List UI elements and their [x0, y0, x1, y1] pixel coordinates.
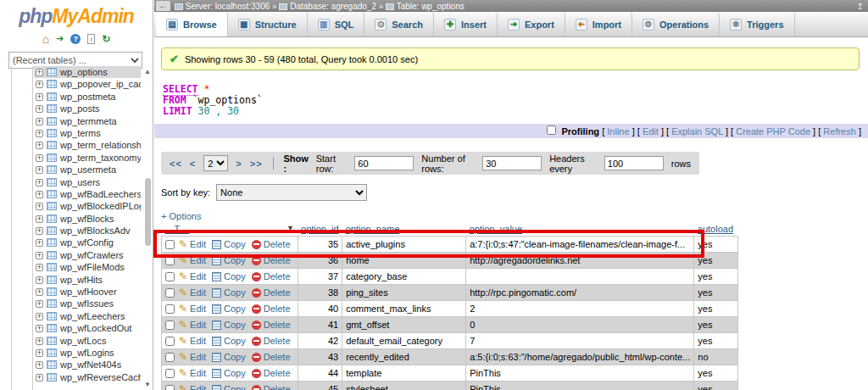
- copy-link[interactable]: Copy: [224, 336, 246, 346]
- options-toggle[interactable]: + Options: [161, 211, 201, 221]
- row-checkbox[interactable]: [165, 288, 175, 298]
- scroll-down-icon[interactable]: ▼: [144, 381, 151, 388]
- expand-plus-icon[interactable]: +: [36, 105, 43, 113]
- start-row-input[interactable]: [354, 156, 414, 170]
- expand-plus-icon[interactable]: +: [36, 288, 43, 296]
- profiling-link-refresh[interactable]: Refresh: [823, 126, 856, 136]
- first-page-link[interactable]: <<: [170, 159, 182, 169]
- edit-link[interactable]: Edit: [190, 255, 206, 265]
- expand-plus-icon[interactable]: +: [36, 93, 43, 101]
- next-page-link[interactable]: >: [236, 159, 242, 169]
- expand-plus-icon[interactable]: +: [36, 227, 43, 235]
- delete-link[interactable]: Delete: [264, 384, 291, 390]
- scroll-up-icon[interactable]: ▲: [144, 68, 151, 75]
- expand-plus-icon[interactable]: +: [36, 203, 43, 210]
- headers-every-input[interactable]: [604, 156, 664, 170]
- tab-triggers[interactable]: ✱Triggers: [720, 12, 794, 36]
- expand-plus-icon[interactable]: +: [36, 300, 43, 308]
- delete-link[interactable]: Delete: [264, 352, 291, 362]
- expand-plus-icon[interactable]: +: [36, 81, 43, 88]
- sidebar-item-wp_wfHits[interactable]: +wp_wfHits: [34, 274, 141, 286]
- sidebar-item-wp_wfNet404s[interactable]: +wp_wfNet404s: [34, 359, 141, 370]
- sidebar-item-wp_wfHoover[interactable]: +wp_wfHoover: [34, 286, 141, 298]
- num-rows-input[interactable]: [482, 156, 542, 170]
- edit-link[interactable]: Edit: [190, 271, 206, 281]
- row-checkbox[interactable]: [165, 320, 175, 330]
- edit-link[interactable]: Edit: [190, 239, 206, 249]
- sort-desc-icon[interactable]: ▼: [287, 224, 294, 232]
- tab-search[interactable]: ⊙Search: [364, 12, 434, 36]
- tab-sql[interactable]: ▥SQL: [308, 12, 365, 36]
- help-icon[interactable]: ?: [70, 34, 81, 44]
- expand-plus-icon[interactable]: +: [36, 191, 43, 198]
- expand-plus-icon[interactable]: +: [36, 154, 43, 162]
- row-checkbox[interactable]: [165, 337, 175, 346]
- sort-key-select[interactable]: None: [216, 184, 367, 201]
- tab-operations[interactable]: ⚙Operations: [632, 12, 720, 36]
- tab-browse[interactable]: ▤Browse: [156, 12, 228, 36]
- sidebar-item-wp_wfBlocksAdv[interactable]: +wp_wfBlocksAdv: [34, 225, 141, 237]
- expand-plus-icon[interactable]: +: [36, 69, 43, 76]
- tab-structure[interactable]: ▦Structure: [228, 12, 308, 36]
- row-checkbox[interactable]: [165, 353, 175, 362]
- copy-link[interactable]: Copy: [224, 271, 246, 281]
- sidebar-item-wp_wfBlocks[interactable]: +wp_wfBlocks: [34, 213, 141, 225]
- copy-link[interactable]: Copy: [224, 255, 246, 265]
- sidebar-item-wp_wfConfig[interactable]: +wp_wfConfig: [34, 237, 141, 248]
- sidebar-item-wp_terms[interactable]: +wp_terms: [34, 127, 141, 139]
- profiling-link-explain-sql[interactable]: Explain SQL: [671, 126, 723, 136]
- tree-scrollbar[interactable]: ▲ ▼: [142, 66, 152, 390]
- copy-link[interactable]: Copy: [224, 352, 246, 362]
- last-page-link[interactable]: >>: [250, 159, 263, 169]
- prev-page-link[interactable]: <: [190, 159, 196, 169]
- browse-direction-link[interactable]: ←T→: [165, 224, 190, 234]
- sidebar-item-wp_wfCrawlers[interactable]: +wp_wfCrawlers: [34, 249, 141, 261]
- delete-link[interactable]: Delete: [264, 368, 291, 378]
- expand-plus-icon[interactable]: +: [36, 118, 43, 125]
- copy-link[interactable]: Copy: [224, 304, 246, 314]
- sidebar-item-wp_term_relationships[interactable]: +wp_term_relationships: [34, 139, 141, 151]
- expand-plus-icon[interactable]: +: [36, 313, 43, 320]
- profiling-checkbox[interactable]: [547, 125, 556, 135]
- tab-import[interactable]: ➜Import: [565, 12, 632, 36]
- sidebar-item-wp_options[interactable]: +wp_options: [34, 66, 141, 78]
- sidebar-item-wp_wfLockedOut[interactable]: +wp_wfLockedOut: [34, 322, 141, 334]
- profiling-link-edit[interactable]: Edit: [643, 126, 659, 136]
- page-select[interactable]: 2: [203, 155, 228, 171]
- breadcrumb-item[interactable]: Database: agregado_2: [290, 2, 376, 11]
- delete-link[interactable]: Delete: [264, 320, 291, 330]
- expand-plus-icon[interactable]: +: [36, 142, 43, 149]
- copy-link[interactable]: Copy: [224, 384, 246, 390]
- delete-link[interactable]: Delete: [264, 255, 291, 265]
- expand-plus-icon[interactable]: +: [36, 349, 43, 357]
- tab-export[interactable]: ➜Export: [498, 12, 565, 36]
- row-checkbox[interactable]: [165, 304, 175, 314]
- edit-link[interactable]: Edit: [190, 320, 206, 330]
- row-checkbox[interactable]: [165, 240, 175, 249]
- sidebar-item-wp_wfBadLeechers[interactable]: +wp_wfBadLeechers: [34, 188, 141, 200]
- row-checkbox[interactable]: [165, 272, 175, 281]
- edit-link[interactable]: Edit: [190, 368, 206, 378]
- sidebar-item-wp_postmeta[interactable]: +wp_postmeta: [34, 91, 141, 103]
- edit-link[interactable]: Edit: [190, 287, 206, 298]
- expand-plus-icon[interactable]: +: [36, 252, 43, 259]
- sidebar-item-wp_wfIssues[interactable]: +wp_wfIssues: [34, 298, 141, 309]
- sidebar-item-wp_wfReverseCache[interactable]: +wp_wfReverseCache: [34, 371, 141, 383]
- edit-link[interactable]: Edit: [190, 304, 206, 314]
- back-button[interactable]: ←: [156, 1, 170, 11]
- expand-plus-icon[interactable]: +: [36, 130, 43, 137]
- refresh-icon[interactable]: ↻: [102, 33, 110, 45]
- breadcrumb-item[interactable]: Table: wp_options: [397, 2, 465, 11]
- expand-plus-icon[interactable]: +: [36, 276, 43, 284]
- sidebar-item-wp_wfFileMods[interactable]: +wp_wfFileMods: [34, 261, 141, 273]
- edit-link[interactable]: Edit: [190, 352, 206, 362]
- copy-link[interactable]: Copy: [224, 320, 246, 330]
- sidebar-item-wp_term_taxonomy[interactable]: +wp_term_taxonomy: [34, 152, 141, 164]
- delete-link[interactable]: Delete: [264, 287, 291, 298]
- delete-link[interactable]: Delete: [264, 271, 291, 281]
- profiling-link-create-php-code[interactable]: Create PHP Code: [736, 126, 810, 136]
- delete-link[interactable]: Delete: [264, 239, 291, 249]
- expand-plus-icon[interactable]: +: [36, 179, 43, 187]
- expand-plus-icon[interactable]: +: [36, 239, 43, 247]
- expand-plus-icon[interactable]: +: [36, 166, 43, 174]
